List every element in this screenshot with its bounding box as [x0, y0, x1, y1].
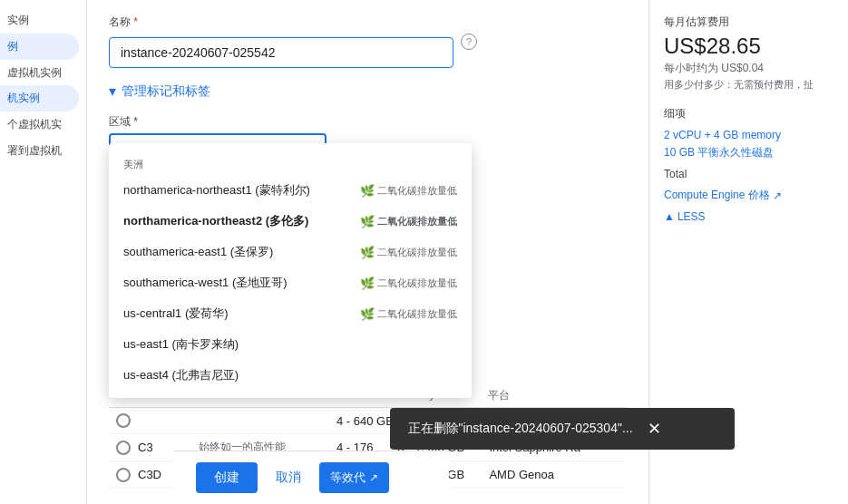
leaf-icon: 🌿: [360, 276, 375, 290]
less-toggle[interactable]: ▲ LESS: [664, 210, 833, 223]
create-button[interactable]: 创建: [196, 462, 258, 493]
dropdown-item-sa-w1[interactable]: southamerica-west1 (圣地亚哥) 🌿 二氧化碳排放量低: [109, 267, 472, 298]
leaf-icon: 🌿: [360, 215, 375, 228]
bottom-bar: 创建 取消 等效代 ↗: [174, 451, 449, 504]
leaf-icon: 🌿: [360, 307, 375, 321]
cost-label: 每月估算费用: [664, 15, 833, 30]
detail-cpu: 2 vCPU + 4 GB memory: [664, 129, 833, 141]
cost-hourly: 每小时约为 US$0.04: [664, 61, 833, 76]
sidebar-item-instance[interactable]: 实例: [0, 7, 79, 34]
name-required: *: [133, 15, 138, 28]
region-dropdown: 美洲 northamerica-northeast1 (蒙特利尔) 🌿 二氧化碳…: [109, 143, 472, 398]
region-row: 区域 * 美洲 northamerica-northeast1 (蒙特利尔) 🌿…: [109, 114, 627, 183]
name-help-icon[interactable]: ?: [461, 34, 477, 50]
leaf-icon: 🌿: [360, 184, 375, 198]
sidebar-item-to-vm[interactable]: 署到虚拟机: [0, 138, 79, 164]
dropdown-item-us-e4[interactable]: us-east4 (北弗吉尼亚): [109, 360, 472, 391]
name-field-row: 名称 * ?: [109, 15, 627, 68]
dropdown-group-label: 美洲: [109, 150, 472, 175]
region-field-wrap: 区域 * 美洲 northamerica-northeast1 (蒙特利尔) 🌿…: [109, 114, 327, 151]
details-section: 细项 2 vCPU + 4 GB memory 10 GB 平衡永久性磁盘 To…: [664, 106, 833, 180]
toast-message: 正在删除"instance-20240607-025304"...: [408, 421, 633, 437]
engine-link[interactable]: Compute Engine 价格 ↗: [664, 188, 833, 203]
name-label: 名称 *: [109, 15, 453, 30]
sidebar-item-create[interactable]: 例: [0, 34, 79, 60]
dropdown-item-sa-e1[interactable]: southamerica-east1 (圣保罗) 🌿 二氧化碳排放量低: [109, 237, 472, 267]
sidebar-item-vm2[interactable]: 机实例: [0, 85, 79, 111]
cancel-button[interactable]: 取消: [265, 462, 312, 493]
manage-tags-toggle[interactable]: ▾ 管理标记和标签: [109, 82, 627, 100]
dropdown-item-us-e1[interactable]: us-east1 (南卡罗来纳): [109, 329, 472, 360]
external-link-icon: ↗: [369, 471, 378, 484]
cost-amount: US$28.65: [664, 34, 833, 59]
sidebar: 实例 例 虚拟机实例 机实例 个虚拟机实 署到虚拟机: [0, 0, 87, 504]
region-label: 区域 *: [109, 114, 327, 130]
radio-button[interactable]: [116, 468, 131, 482]
external-link-icon: ↗: [773, 189, 782, 202]
chevron-down-icon: ▾: [109, 82, 116, 100]
equivalent-button[interactable]: 等效代 ↗: [319, 462, 389, 493]
detail-disk: 10 GB 平衡永久性磁盘: [664, 145, 833, 160]
details-title: 细项: [664, 106, 833, 121]
sidebar-item-related-vm[interactable]: 个虚拟机实: [0, 111, 79, 138]
cost-note: 用多少付多少：无需预付费用，扯: [664, 78, 833, 92]
total-label: Total: [664, 168, 833, 180]
leaf-icon: 🌿: [360, 246, 375, 259]
name-input[interactable]: [109, 37, 453, 68]
sidebar-item-vm[interactable]: 虚拟机实例: [0, 60, 79, 86]
radio-button[interactable]: [116, 441, 131, 455]
dropdown-item-na-ne1[interactable]: northamerica-northeast1 (蒙特利尔) 🌿 二氧化碳排放量…: [109, 175, 472, 206]
toast-close-button[interactable]: ✕: [648, 419, 661, 439]
dropdown-item-us-c1[interactable]: us-central1 (爱荷华) 🌿 二氧化碳排放量低: [109, 298, 472, 329]
chevron-up-icon: ▲: [664, 210, 675, 223]
toast-notification: 正在删除"instance-20240607-025304"... ✕: [390, 408, 735, 450]
radio-button[interactable]: [116, 413, 131, 428]
dropdown-item-na-ne2[interactable]: northamerica-northeast2 (多伦多) 🌿 二氧化碳排放量低: [109, 206, 472, 237]
